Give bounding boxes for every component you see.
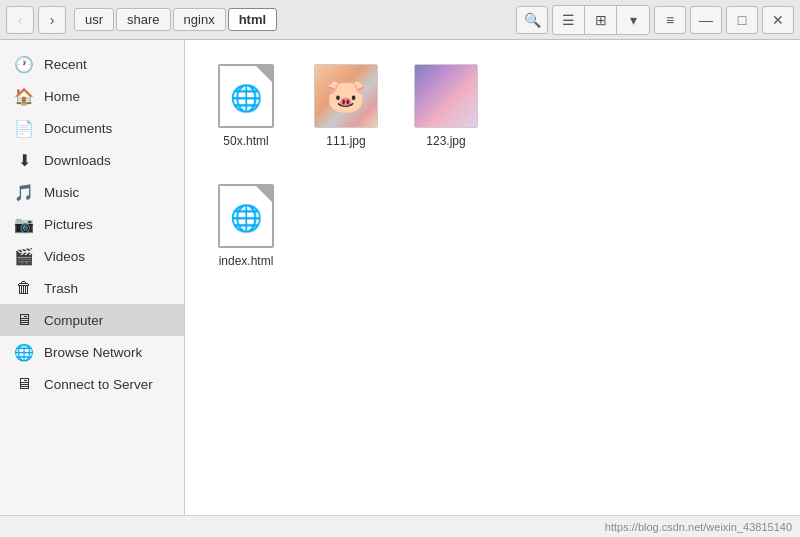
connect-server-icon: 🖥 (14, 374, 34, 394)
sidebar-item-recent[interactable]: 🕐 Recent (0, 48, 184, 80)
html-file-icon: 🌐 (218, 64, 274, 128)
breadcrumb: usr share nginx html (74, 8, 512, 31)
file-name-123-jpg: 123.jpg (426, 134, 465, 148)
sidebar-item-browse-network[interactable]: 🌐 Browse Network (0, 336, 184, 368)
file-item-index-html[interactable]: 🌐 index.html (201, 176, 291, 276)
restore-button[interactable]: □ (726, 6, 758, 34)
close-icon: ✕ (772, 12, 784, 28)
sidebar-item-music-label: Music (44, 185, 79, 200)
sidebar-item-videos[interactable]: 🎬 Videos (0, 240, 184, 272)
sidebar-item-documents[interactable]: 📄 Documents (0, 112, 184, 144)
music-icon: 🎵 (14, 182, 34, 202)
computer-icon: 🖥 (14, 310, 34, 330)
file-name-111-jpg: 111.jpg (326, 134, 365, 148)
file-icon-111-jpg (314, 64, 378, 128)
breadcrumb-html[interactable]: html (228, 8, 277, 31)
file-icon-50x-html: 🌐 (214, 64, 278, 128)
sidebar-item-connect-server[interactable]: 🖥 Connect to Server (0, 368, 184, 400)
forward-icon: › (50, 12, 55, 28)
sidebar-item-browse-network-label: Browse Network (44, 345, 142, 360)
html-file-icon-index: 🌐 (218, 184, 274, 248)
sidebar: 🕐 Recent 🏠 Home 📄 Documents ⬇ Downloads … (0, 40, 185, 515)
list-icon: ☰ (562, 12, 575, 28)
main-area: 🕐 Recent 🏠 Home 📄 Documents ⬇ Downloads … (0, 40, 800, 515)
image-thumbnail-123 (414, 64, 478, 128)
breadcrumb-share[interactable]: share (116, 8, 171, 31)
videos-icon: 🎬 (14, 246, 34, 266)
sidebar-item-computer-label: Computer (44, 313, 103, 328)
sidebar-item-recent-label: Recent (44, 57, 87, 72)
search-icon: 🔍 (524, 12, 541, 28)
hamburger-icon: ≡ (666, 12, 674, 28)
sidebar-item-music[interactable]: 🎵 Music (0, 176, 184, 208)
sidebar-item-computer[interactable]: 🖥 Computer (0, 304, 184, 336)
downloads-icon: ⬇ (14, 150, 34, 170)
view-toggle-group: ☰ ⊞ ▾ (552, 5, 650, 35)
minimize-button[interactable]: — (690, 6, 722, 34)
pictures-icon: 📷 (14, 214, 34, 234)
search-button[interactable]: 🔍 (516, 6, 548, 34)
minimize-icon: — (699, 12, 713, 28)
forward-button[interactable]: › (38, 6, 66, 34)
documents-icon: 📄 (14, 118, 34, 138)
file-item-111-jpg[interactable]: 111.jpg (301, 56, 391, 156)
sidebar-item-trash-label: Trash (44, 281, 78, 296)
breadcrumb-usr[interactable]: usr (74, 8, 114, 31)
file-item-123-jpg[interactable]: 123.jpg (401, 56, 491, 156)
restore-icon: □ (738, 12, 746, 28)
back-button[interactable]: ‹ (6, 6, 34, 34)
status-url: https://blog.csdn.net/weixin_43815140 (605, 521, 792, 533)
sidebar-item-downloads[interactable]: ⬇ Downloads (0, 144, 184, 176)
sidebar-item-home-label: Home (44, 89, 80, 104)
sidebar-item-pictures-label: Pictures (44, 217, 93, 232)
sidebar-item-videos-label: Videos (44, 249, 85, 264)
close-button[interactable]: ✕ (762, 6, 794, 34)
toolbar: ‹ › usr share nginx html 🔍 ☰ ⊞ ▾ ≡ — (0, 0, 800, 40)
home-icon: 🏠 (14, 86, 34, 106)
sidebar-item-home[interactable]: 🏠 Home (0, 80, 184, 112)
view-dropdown-button[interactable]: ▾ (617, 6, 649, 34)
globe-icon-index: 🌐 (230, 203, 262, 234)
browse-network-icon: 🌐 (14, 342, 34, 362)
back-icon: ‹ (18, 12, 23, 28)
file-icon-123-jpg (414, 64, 478, 128)
sidebar-item-documents-label: Documents (44, 121, 112, 136)
chevron-down-icon: ▾ (630, 12, 637, 28)
trash-icon: 🗑 (14, 278, 34, 298)
toolbar-actions: 🔍 ☰ ⊞ ▾ ≡ — □ ✕ (516, 5, 794, 35)
sidebar-item-connect-server-label: Connect to Server (44, 377, 153, 392)
file-area: 🌐 50x.html 111.jpg 123.jpg 🌐 (185, 40, 800, 515)
sidebar-item-trash[interactable]: 🗑 Trash (0, 272, 184, 304)
file-name-index-html: index.html (219, 254, 274, 268)
grid-view-button[interactable]: ⊞ (585, 6, 617, 34)
menu-button[interactable]: ≡ (654, 6, 686, 34)
image-thumbnail-111 (314, 64, 378, 128)
sidebar-item-pictures[interactable]: 📷 Pictures (0, 208, 184, 240)
file-icon-index-html: 🌐 (214, 184, 278, 248)
globe-icon: 🌐 (230, 83, 262, 114)
list-view-button[interactable]: ☰ (553, 6, 585, 34)
sidebar-item-downloads-label: Downloads (44, 153, 111, 168)
breadcrumb-nginx[interactable]: nginx (173, 8, 226, 31)
grid-icon: ⊞ (595, 12, 607, 28)
file-name-50x-html: 50x.html (223, 134, 268, 148)
file-item-50x-html[interactable]: 🌐 50x.html (201, 56, 291, 156)
statusbar: https://blog.csdn.net/weixin_43815140 (0, 515, 800, 537)
recent-icon: 🕐 (14, 54, 34, 74)
